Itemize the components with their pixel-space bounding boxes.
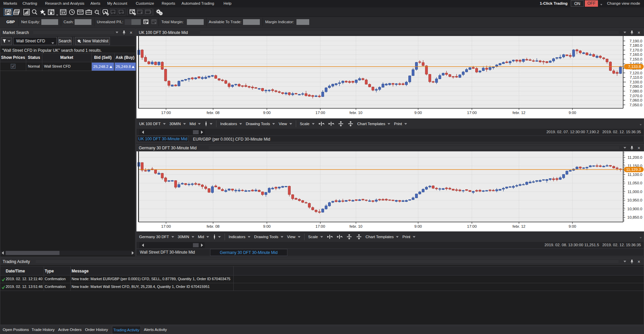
svg-text:7,110.0: 7,110.0 xyxy=(630,75,642,79)
svg-text:17:00: 17:00 xyxy=(467,111,477,115)
svg-text:11,000.0: 11,000.0 xyxy=(628,190,642,194)
svg-text:9:00: 9:00 xyxy=(414,224,422,228)
svg-text:9:00: 9:00 xyxy=(569,111,576,115)
svg-text:7,060.0: 7,060.0 xyxy=(630,98,642,102)
svg-text:10,900.0: 10,900.0 xyxy=(627,207,642,211)
svg-text:7,190.0: 7,190.0 xyxy=(630,39,642,43)
svg-text:febr. 12: febr. 12 xyxy=(513,224,525,228)
svg-text:11,129.3: 11,129.3 xyxy=(626,168,641,172)
svg-text:7,150.0: 7,150.0 xyxy=(630,57,642,61)
svg-text:7,170.0: 7,170.0 xyxy=(630,48,642,52)
svg-text:7,133.8: 7,133.8 xyxy=(628,65,641,69)
svg-text:9:00: 9:00 xyxy=(569,224,576,228)
svg-text:17:00: 17:00 xyxy=(161,224,171,228)
svg-text:17:00: 17:00 xyxy=(316,224,325,228)
svg-text:17:00: 17:00 xyxy=(161,111,171,115)
svg-text:7,120.0: 7,120.0 xyxy=(630,71,642,75)
svg-text:febr. 10: febr. 10 xyxy=(350,224,362,228)
svg-text:febr. 08: febr. 08 xyxy=(207,111,219,115)
svg-text:7,160.0: 7,160.0 xyxy=(630,52,642,57)
svg-text:11,050.0: 11,050.0 xyxy=(628,181,642,185)
svg-text:9:00: 9:00 xyxy=(263,111,271,115)
svg-text:17:00: 17:00 xyxy=(467,224,477,228)
svg-text:febr. 10: febr. 10 xyxy=(350,111,362,115)
svg-text:7,080.0: 7,080.0 xyxy=(630,89,642,93)
svg-text:10,850.0: 10,850.0 xyxy=(627,215,642,219)
svg-text:11,200.0: 11,200.0 xyxy=(628,155,642,159)
svg-text:9:00: 9:00 xyxy=(263,224,271,228)
svg-text:11,100.0: 11,100.0 xyxy=(628,173,642,177)
svg-text:7,180.0: 7,180.0 xyxy=(630,43,642,47)
svg-text:7,070.0: 7,070.0 xyxy=(630,94,642,98)
svg-text:febr. 12: febr. 12 xyxy=(513,111,525,115)
svg-text:7,050.0: 7,050.0 xyxy=(630,103,642,107)
svg-text:9:00: 9:00 xyxy=(414,111,422,115)
svg-text:7,100.0: 7,100.0 xyxy=(630,80,642,84)
svg-text:7,090.0: 7,090.0 xyxy=(630,84,642,88)
svg-text:febr. 08: febr. 08 xyxy=(207,224,219,228)
svg-text:17:00: 17:00 xyxy=(316,111,325,115)
svg-text:10,950.0: 10,950.0 xyxy=(627,198,642,202)
